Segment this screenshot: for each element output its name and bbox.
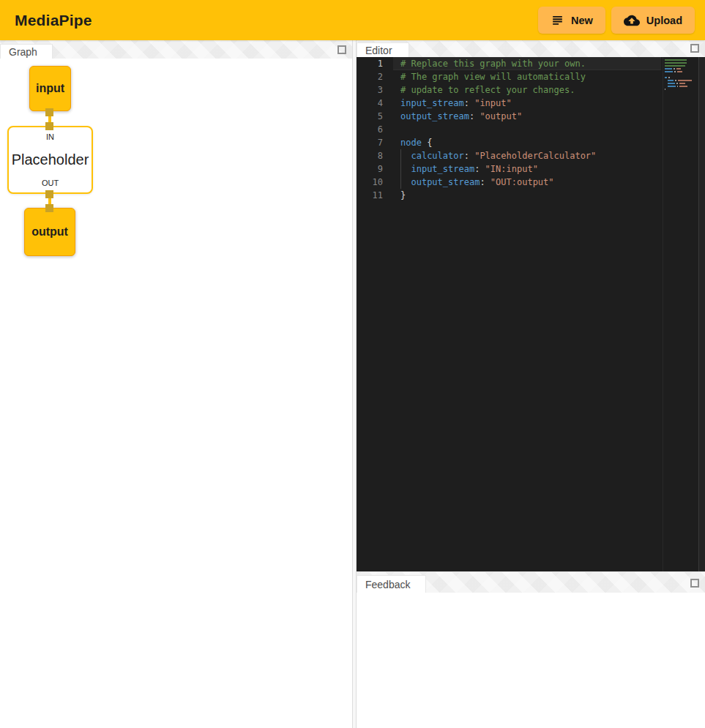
- tab-editor[interactable]: Editor: [357, 42, 409, 57]
- app-title: MediaPipe: [15, 12, 92, 29]
- code-text: output_stream: "OUT:output": [393, 176, 661, 189]
- feedback-panel: Feedback: [357, 571, 705, 728]
- graph-panel: Graph input IN Placeholder OUT output: [0, 40, 352, 728]
- code-text: calculator: "PlaceholderCalculator": [393, 149, 661, 162]
- line-number: 1: [357, 57, 383, 70]
- code-editor[interactable]: 1# Replace this graph with your own.2# T…: [357, 57, 705, 571]
- new-button-label: New: [571, 15, 593, 26]
- cloud-upload-icon: [624, 12, 640, 29]
- code-text: # The graph view will automatically: [393, 70, 661, 83]
- code-text: }: [393, 189, 661, 202]
- line-number: 11: [357, 189, 383, 202]
- tab-graph-label: Graph: [9, 46, 37, 58]
- graph-node-input[interactable]: input: [29, 66, 71, 111]
- code-lines: 1# Replace this graph with your own.2# T…: [357, 57, 661, 202]
- node-placeholder-label: Placeholder: [12, 151, 89, 168]
- port-placeholder-in: [45, 122, 53, 130]
- top-bar: MediaPipe New Upload: [0, 0, 705, 40]
- code-line[interactable]: 10 output_stream: "OUT:output": [357, 176, 661, 189]
- feedback-maximize-icon[interactable]: [690, 579, 699, 588]
- code-line[interactable]: 1# Replace this graph with your own.: [357, 57, 661, 70]
- feedback-content: [357, 593, 705, 728]
- code-line[interactable]: 9 input_stream: "IN:input": [357, 162, 661, 176]
- graph-node-output[interactable]: output: [24, 208, 75, 256]
- line-number: 7: [357, 136, 383, 149]
- graph-tab-bar: Graph: [0, 40, 352, 59]
- tab-graph[interactable]: Graph: [0, 44, 53, 59]
- code-text: node {: [393, 136, 661, 149]
- line-number: 3: [357, 83, 383, 97]
- code-text: # update to reflect your changes.: [393, 83, 661, 97]
- line-number: 5: [357, 110, 383, 123]
- new-button[interactable]: New: [538, 7, 605, 34]
- editor-panel: Editor 1# Replace this graph with your o…: [357, 40, 705, 571]
- editor-maximize-icon[interactable]: [690, 44, 699, 53]
- code-line[interactable]: 7node {: [357, 136, 661, 149]
- upload-button-label: Upload: [646, 15, 682, 26]
- code-line[interactable]: 5output_stream: "output": [357, 110, 661, 123]
- line-number: 6: [357, 123, 383, 136]
- tab-feedback[interactable]: Feedback: [357, 575, 426, 593]
- placeholder-out-port-label: OUT: [42, 179, 59, 187]
- code-line[interactable]: 11}: [357, 189, 661, 202]
- line-number: 10: [357, 176, 383, 189]
- code-line[interactable]: 6: [357, 123, 661, 136]
- graph-maximize-icon[interactable]: [337, 45, 346, 54]
- code-text: input_stream: "input": [393, 97, 661, 110]
- code-line[interactable]: 3# update to reflect your changes.: [357, 83, 661, 97]
- code-text: output_stream: "output": [393, 110, 661, 123]
- code-text: # Replace this graph with your own.: [393, 57, 661, 70]
- menu-lines-icon: [551, 13, 564, 27]
- node-input-label: input: [36, 82, 64, 95]
- top-bar-actions: New Upload: [538, 7, 695, 34]
- code-line[interactable]: 8 calculator: "PlaceholderCalculator": [357, 149, 661, 162]
- graph-canvas[interactable]: input IN Placeholder OUT output: [0, 59, 352, 728]
- placeholder-in-port-label: IN: [46, 132, 54, 141]
- line-number: 9: [357, 162, 383, 176]
- node-output-label: output: [31, 225, 68, 239]
- tab-editor-label: Editor: [365, 45, 392, 56]
- editor-minimap[interactable]: [663, 57, 698, 571]
- editor-tab-bar: Editor: [357, 40, 705, 57]
- port-input-out: [45, 108, 53, 116]
- line-number: 4: [357, 97, 383, 110]
- code-line[interactable]: 4input_stream: "input": [357, 97, 661, 110]
- graph-node-placeholder[interactable]: IN Placeholder OUT: [7, 126, 93, 194]
- code-text: input_stream: "IN:input": [393, 162, 661, 176]
- port-output-in: [45, 204, 53, 212]
- line-number: 2: [357, 70, 383, 83]
- right-column: Editor 1# Replace this graph with your o…: [357, 40, 705, 728]
- mediapipe-visualizer: MediaPipe New Upload: [0, 0, 705, 728]
- editor-scrollbar[interactable]: [698, 57, 705, 571]
- code-line[interactable]: 2# The graph view will automatically: [357, 70, 661, 83]
- port-placeholder-out: [45, 190, 53, 198]
- code-text: [393, 123, 661, 136]
- line-number: 8: [357, 149, 383, 162]
- upload-button[interactable]: Upload: [611, 7, 695, 34]
- tab-feedback-label: Feedback: [365, 579, 410, 590]
- feedback-tab-bar: Feedback: [357, 571, 705, 593]
